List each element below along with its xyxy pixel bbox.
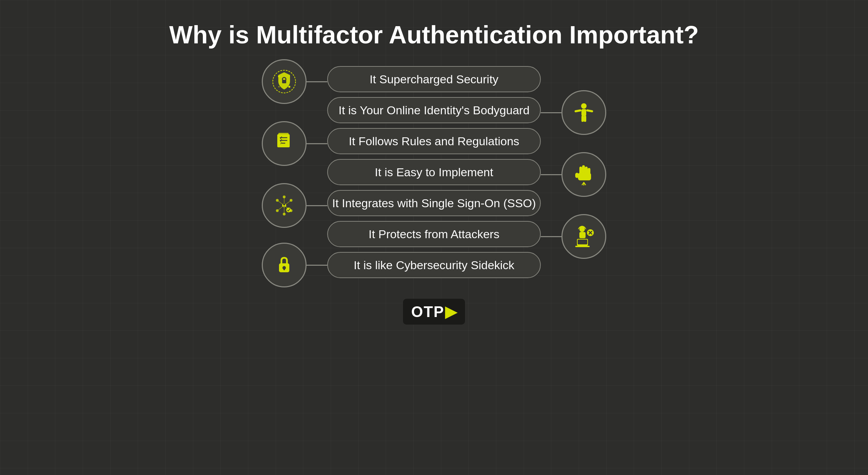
pill-4: It is Easy to Implement bbox=[327, 159, 541, 185]
left-icon-slot-4 bbox=[262, 190, 327, 221]
pill-1: It Supercharged Security bbox=[327, 66, 541, 92]
connector-right-3 bbox=[541, 174, 561, 175]
otp-logo: OTP ▶ bbox=[403, 299, 465, 325]
svg-line-23 bbox=[284, 200, 291, 205]
connector-right-5 bbox=[541, 236, 561, 237]
full-layout: ✗ bbox=[262, 66, 606, 278]
hand-stop-circle bbox=[561, 152, 606, 197]
svg-rect-39 bbox=[582, 165, 585, 174]
svg-text:✗: ✗ bbox=[280, 142, 282, 145]
pill-7: It is like Cybersecurity Sidekick bbox=[327, 252, 541, 278]
main-content: ✗ bbox=[0, 66, 868, 278]
right-icons-column bbox=[541, 66, 606, 278]
connector-left-0 bbox=[307, 81, 327, 82]
left-icon-slot-2: ✗ bbox=[262, 128, 327, 159]
svg-rect-51 bbox=[578, 240, 587, 244]
hand-stop-icon bbox=[572, 162, 596, 187]
svg-rect-49 bbox=[579, 232, 586, 238]
left-icon-slot-0 bbox=[262, 66, 327, 97]
right-icon-slot-1 bbox=[541, 97, 606, 128]
hacker-icon bbox=[572, 224, 596, 249]
svg-point-5 bbox=[288, 86, 290, 88]
connector-left-6 bbox=[307, 265, 327, 266]
bodyguard-circle bbox=[561, 90, 606, 135]
svg-rect-43 bbox=[578, 173, 591, 180]
svg-point-33 bbox=[581, 103, 587, 109]
svg-rect-44 bbox=[575, 173, 579, 178]
left-icons-column: ✗ bbox=[262, 66, 327, 278]
svg-line-22 bbox=[277, 200, 284, 205]
pill-5: It Integrates with Single Sign-On (SSO) bbox=[327, 190, 541, 216]
pill-3: It Follows Rules and Regulations bbox=[327, 128, 541, 154]
svg-line-24 bbox=[277, 205, 284, 211]
center-pills: It Supercharged Security It is Your Onli… bbox=[327, 66, 541, 278]
left-icon-slot-6 bbox=[262, 252, 327, 278]
pill-2: It is Your Online Identity's Bodyguard bbox=[327, 97, 541, 123]
svg-rect-38 bbox=[584, 116, 586, 122]
shield-lock-circle bbox=[262, 59, 307, 104]
padlock-circle bbox=[262, 243, 307, 287]
connector-left-4 bbox=[307, 205, 327, 206]
svg-rect-34 bbox=[581, 109, 586, 116]
svg-rect-36 bbox=[586, 109, 593, 112]
checklist-icon: ✗ bbox=[272, 131, 296, 156]
hacker-circle bbox=[561, 214, 606, 259]
otp-arrow-icon: ▶ bbox=[445, 303, 457, 320]
svg-rect-35 bbox=[575, 109, 582, 112]
network-user-circle bbox=[262, 183, 307, 228]
shield-lock-icon bbox=[272, 70, 296, 94]
right-icon-slot-5 bbox=[541, 221, 606, 252]
pill-6: It Protects from Attackers bbox=[327, 221, 541, 247]
svg-rect-32 bbox=[283, 268, 285, 270]
svg-point-28 bbox=[283, 203, 285, 205]
svg-point-3 bbox=[283, 81, 285, 82]
svg-point-7 bbox=[278, 86, 280, 87]
connector-left-2 bbox=[307, 143, 327, 144]
svg-point-4 bbox=[278, 75, 280, 77]
page-title: Why is Multifactor Authentication Import… bbox=[169, 21, 699, 49]
svg-rect-52 bbox=[575, 246, 590, 247]
svg-rect-37 bbox=[581, 116, 584, 122]
bodyguard-icon bbox=[572, 101, 596, 125]
network-user-icon bbox=[272, 193, 296, 218]
otp-text: OTP bbox=[411, 303, 444, 320]
right-icon-slot-3 bbox=[541, 159, 606, 190]
padlock-icon bbox=[272, 253, 296, 277]
connector-right-1 bbox=[541, 112, 561, 113]
svg-point-6 bbox=[289, 76, 290, 77]
checklist-circle: ✗ bbox=[262, 121, 307, 166]
